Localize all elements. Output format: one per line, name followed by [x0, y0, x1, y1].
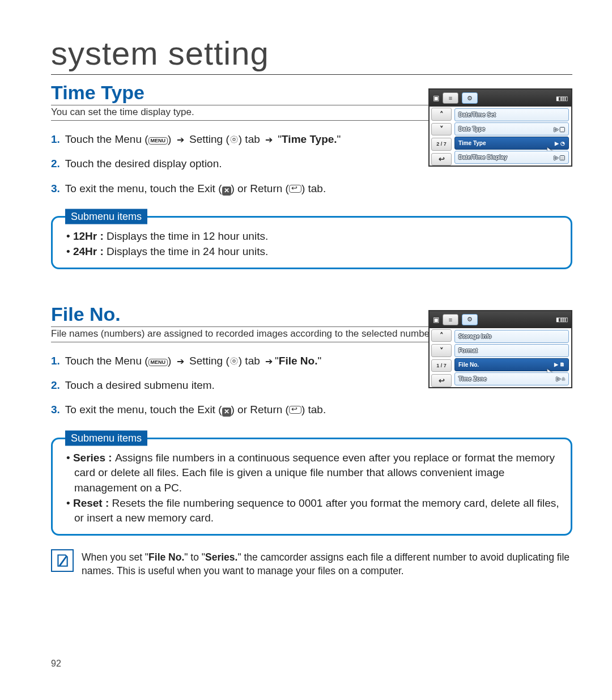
arrow-icon: ➔ [265, 355, 273, 369]
text: Touch a desired submenu item. [65, 379, 215, 391]
step-2: 2. Touch the desired display option. [51, 155, 391, 172]
arrow-icon: ➔ [265, 133, 273, 147]
lcd-topbar: ▣ ≡ ⚙ ◧▥▯ [430, 90, 571, 107]
menu-row[interactable]: Format [454, 344, 569, 357]
lcd-menu: Storage Info Format File No.▶ 🗎 Time Zon… [453, 328, 571, 388]
menu-row[interactable]: Date/Time Set [454, 108, 569, 121]
text: ) or Return ( [231, 183, 289, 194]
page-indicator: 2 / 7 [431, 138, 452, 151]
submenu-item: 12Hr : Displays the time in 12 hour unit… [66, 229, 559, 244]
submenu-item: Reset : Resets the file numbering sequen… [66, 496, 559, 526]
section-time-type: Time Type You can set the time display t… [51, 82, 572, 269]
play-icon: ▷ ▤ [554, 155, 565, 160]
text: ) [168, 133, 175, 145]
back-button[interactable]: ↩ [431, 153, 452, 166]
play-icon: ▷ ▦ [554, 126, 565, 132]
text: To exit the menu, touch the Exit ( [65, 404, 222, 415]
text: " [275, 133, 282, 145]
menu-row[interactable]: Time Zone▷ ⌂ [454, 372, 569, 385]
lcd-side-nav: ˄ ˅ 1 / 7 ↩ [430, 328, 453, 388]
text: " [275, 355, 279, 367]
return-icon [289, 185, 301, 193]
submenu-box: Submenu items 12Hr : Displays the time i… [51, 216, 572, 269]
step-3: 3. To exit the menu, touch the Exit (✕) … [51, 401, 391, 418]
steps-list: 1. Touch the Menu (MENU) ➔ Setting () ta… [51, 131, 391, 197]
text: ) tab. [301, 183, 326, 194]
text: ) or Return ( [231, 404, 289, 415]
text: Setting ( [186, 133, 230, 145]
up-button[interactable]: ˄ [431, 329, 452, 342]
menu-icon: MENU [148, 137, 168, 145]
page-indicator: 1 / 7 [431, 359, 452, 372]
text: To exit the menu, touch the Exit ( [65, 183, 222, 194]
lcd-side-nav: ˄ ˅ 2 / 7 ↩ [430, 107, 453, 167]
settings-tab[interactable]: ⚙ [462, 314, 478, 325]
menu-icon: MENU [148, 359, 168, 366]
text: ) tab [239, 133, 263, 145]
lcd-topbar: ▣ ≡ ⚙ ◧▥▯ [430, 311, 571, 328]
text: ) [168, 355, 175, 367]
battery-icon: ◧▥▯ [556, 95, 568, 101]
text: " [337, 133, 341, 145]
menu-row[interactable]: Storage Info [454, 330, 569, 343]
list-tab[interactable]: ≡ [443, 314, 458, 325]
target: File No. [279, 355, 318, 367]
submenu-item: 24Hr : Displays the time in 24 hour unit… [66, 244, 559, 260]
down-button[interactable]: ˅ [431, 123, 452, 136]
back-button[interactable]: ↩ [431, 374, 452, 387]
play-icon: ▷ ⌂ [556, 376, 565, 381]
submenu-item: Series : Assigns file numbers in a conti… [66, 451, 559, 496]
lcd-menu: Date/Time Set Date Type▷ ▦ Time Type▶ ◔ … [453, 107, 571, 167]
camcorder-icon: ▣ [433, 94, 439, 102]
list-tab[interactable]: ≡ [443, 92, 458, 104]
step-1: 1. Touch the Menu (MENU) ➔ Setting () ta… [51, 353, 391, 369]
svg-point-0 [233, 138, 235, 141]
text: " [317, 355, 321, 367]
page-title: system setting [51, 34, 572, 75]
note-text: When you set "File No." to "Series." the… [82, 549, 572, 578]
step-2: 2. Touch a desired submenu item. [51, 377, 391, 393]
lcd-screenshot: ▣ ≡ ⚙ ◧▥▯ ˄ ˅ 2 / 7 ↩ Date/Time Set Date… [428, 88, 572, 167]
close-icon: ✕ [222, 408, 231, 417]
menu-row-selected[interactable]: File No.▶ 🗎 [454, 358, 569, 371]
page-number: 92 [51, 659, 61, 669]
submenu-label: Submenu items [65, 430, 147, 446]
text: Touch the Menu ( [65, 133, 148, 145]
text: ) tab [239, 355, 263, 367]
camcorder-icon: ▣ [433, 316, 439, 324]
target: Time Type. [282, 133, 337, 145]
svg-point-1 [233, 359, 235, 362]
lcd-screenshot: ▣ ≡ ⚙ ◧▥▯ ˄ ˅ 1 / 7 ↩ Storage Info Forma… [428, 310, 572, 388]
text: Setting ( [186, 355, 230, 367]
return-icon [289, 406, 301, 414]
close-icon: ✕ [222, 186, 231, 196]
menu-row-selected[interactable]: Time Type▶ ◔ [454, 137, 569, 150]
note-icon [51, 549, 74, 572]
up-button[interactable]: ˄ [431, 108, 452, 121]
gear-icon [230, 135, 239, 144]
menu-row[interactable]: Date/Time Display▷ ▤ [454, 151, 569, 164]
text: Touch the desired display option. [65, 158, 222, 169]
arrow-icon: ➔ [177, 133, 184, 147]
step-3: 3. To exit the menu, touch the Exit (✕) … [51, 180, 391, 197]
submenu-label: Submenu items [65, 209, 147, 224]
gear-icon [230, 357, 239, 366]
submenu-box: Submenu items Series : Assigns file numb… [51, 438, 572, 536]
down-button[interactable]: ˅ [431, 344, 452, 357]
settings-tab[interactable]: ⚙ [462, 92, 478, 104]
arrow-icon: ➔ [177, 355, 184, 369]
battery-icon: ◧▥▯ [556, 316, 568, 323]
menu-row[interactable]: Date Type▷ ▦ [454, 122, 569, 135]
note: When you set "File No." to "Series." the… [51, 549, 572, 578]
steps-list: 1. Touch the Menu (MENU) ➔ Setting () ta… [51, 353, 391, 418]
play-icon: ▶ ◔ [555, 141, 565, 146]
play-icon: ▶ 🗎 [554, 362, 565, 367]
text: Touch the Menu ( [65, 355, 148, 367]
text: ) tab. [301, 404, 326, 415]
step-1: 1. Touch the Menu (MENU) ➔ Setting () ta… [51, 131, 391, 147]
section-file-no: File No. File names (numbers) are assign… [51, 303, 572, 578]
